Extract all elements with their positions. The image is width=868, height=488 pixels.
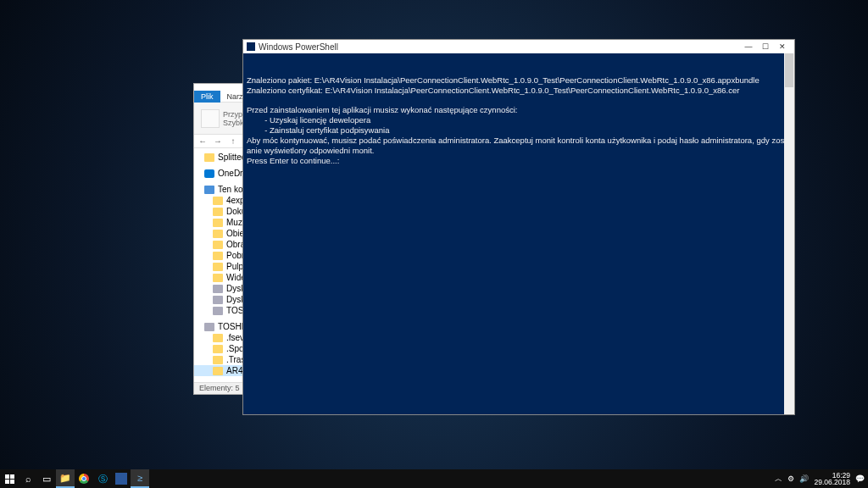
nav-up-button[interactable]: ↑ — [228, 136, 238, 146]
action-center-icon[interactable]: 💬 — [855, 474, 865, 483]
folder-icon — [213, 252, 223, 260]
close-button[interactable]: ✕ — [774, 41, 791, 53]
folder-icon — [204, 153, 214, 162]
taskbar: ⌕ ▭ 📁 Ⓢ ≥ ︿ ⚙ 🔊 16:29 29.06.2018 💬 — [0, 469, 868, 488]
folder-icon — [213, 208, 223, 216]
powershell-console[interactable]: Znaleziono pakiet: E:\AR4Vision Instalac… — [243, 53, 794, 414]
tray-network-icon[interactable]: ⚙ — [787, 474, 794, 483]
folder-icon — [213, 197, 223, 205]
scrollbar[interactable] — [784, 53, 794, 414]
disk-icon — [204, 323, 214, 331]
disk-icon — [213, 285, 223, 293]
folder-icon — [213, 241, 223, 249]
nav-forward-button[interactable]: → — [213, 136, 223, 146]
taskbar-app1[interactable] — [115, 473, 127, 485]
cloud-icon — [204, 169, 214, 178]
taskbar-clock[interactable]: 16:29 29.06.2018 — [814, 472, 850, 486]
console-output: Znaleziono pakiet: E:\AR4Vision Instalac… — [247, 75, 791, 166]
nav-back-button[interactable]: ← — [198, 136, 208, 146]
maximize-button[interactable]: ☐ — [757, 41, 774, 53]
pc-icon — [204, 186, 214, 194]
minimize-button[interactable]: — — [740, 41, 757, 53]
taskbar-explorer[interactable]: 📁 — [56, 469, 75, 488]
tray-volume-icon[interactable]: 🔊 — [799, 474, 809, 483]
folder-icon — [213, 263, 223, 271]
folder-icon — [213, 334, 223, 342]
folder-icon — [213, 345, 223, 353]
task-view-button[interactable]: ▭ — [37, 469, 56, 488]
disk-icon — [213, 296, 223, 304]
folder-icon — [213, 219, 223, 227]
powershell-title: Windows PowerShell — [259, 42, 740, 52]
powershell-titlebar[interactable]: Windows PowerShell — ☐ ✕ — [243, 40, 794, 53]
folder-icon — [213, 367, 223, 375]
powershell-icon — [247, 42, 255, 51]
folder-icon — [213, 230, 223, 238]
tray-expand-icon[interactable]: ︿ — [775, 474, 782, 485]
powershell-window: Windows PowerShell — ☐ ✕ Znaleziono paki… — [242, 39, 795, 415]
taskbar-chrome[interactable] — [75, 469, 93, 488]
ribbon-tab-file[interactable]: Plik — [194, 91, 220, 103]
scrollbar-thumb[interactable] — [785, 53, 793, 87]
folder-icon — [213, 356, 223, 364]
start-button[interactable] — [0, 469, 19, 488]
clock-date: 29.06.2018 — [814, 479, 850, 486]
taskbar-powershell[interactable]: ≥ — [131, 469, 149, 488]
search-button[interactable]: ⌕ — [19, 469, 37, 488]
folder-icon — [213, 274, 223, 282]
disk-icon — [213, 307, 223, 315]
pin-icon[interactable] — [201, 109, 220, 128]
taskbar-skype[interactable]: Ⓢ — [93, 469, 112, 488]
